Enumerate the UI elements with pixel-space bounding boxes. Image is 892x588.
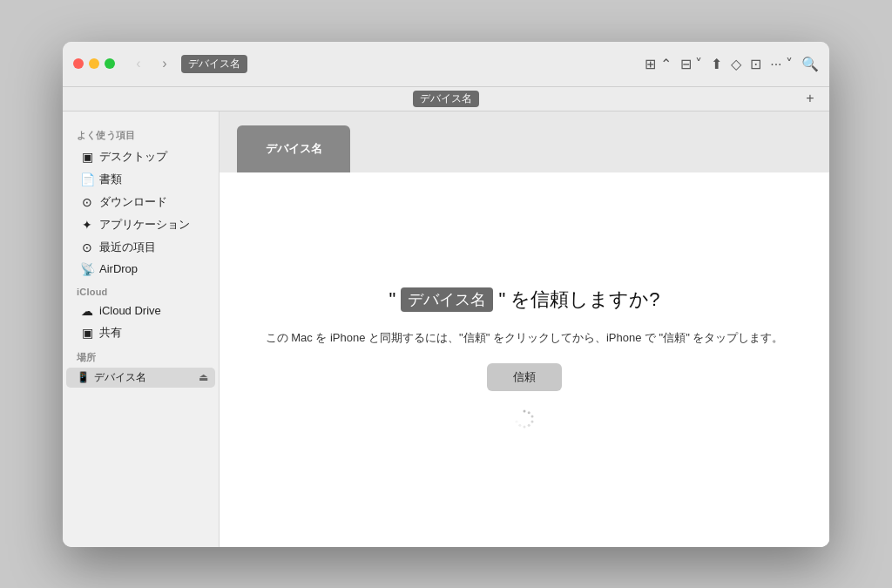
svg-point-5 — [524, 425, 526, 428]
location-badge: デバイス名 — [181, 55, 247, 73]
window-body: よく使う項目 ▣ デスクトップ 📄 書類 ⊙ ダウンロード ✦ アプリケーション… — [63, 112, 829, 547]
sidebar: よく使う項目 ▣ デスクトップ 📄 書類 ⊙ ダウンロード ✦ アプリケーション… — [63, 112, 220, 547]
view-list-icon[interactable]: ⊟ ˅ — [680, 56, 702, 72]
icloud-drive-icon: ☁ — [80, 304, 94, 318]
sidebar-label-applications: アプリケーション — [99, 217, 190, 233]
sidebar-item-downloads[interactable]: ⊙ ダウンロード — [66, 191, 215, 213]
sidebar-label-airdrop: AirDrop — [99, 262, 138, 275]
sidebar-item-applications[interactable]: ✦ アプリケーション — [66, 213, 215, 236]
svg-point-0 — [524, 409, 526, 412]
shared-icon: ▣ — [80, 326, 94, 340]
recents-icon: ⊙ — [80, 240, 94, 254]
add-button[interactable]: + — [801, 90, 819, 107]
trust-subtitle: この Mac を iPhone と同期するには、"信頼" をクリックしてから、i… — [266, 330, 784, 346]
device-icon-block: デバイス名 — [237, 125, 350, 172]
main-content: デバイス名 " デバイス名 " を信頼しますか? この Mac を iPhone… — [220, 112, 829, 547]
fullscreen-button[interactable] — [105, 58, 115, 69]
device-icon: 📱 — [77, 371, 90, 383]
search-icon[interactable]: 🔍 — [801, 56, 819, 72]
sidebar-label-documents: 書類 — [99, 172, 122, 187]
trust-title: " デバイス名 " を信頼しますか? — [389, 287, 660, 313]
svg-point-7 — [516, 420, 518, 422]
svg-point-4 — [528, 423, 530, 426]
view-grid-icon[interactable]: ⊞ ⌃ — [645, 56, 671, 72]
locations-section-label: 場所 — [63, 344, 219, 368]
svg-point-2 — [531, 415, 534, 417]
toolbar: ‹ › デバイス名 ⊞ ⌃ ⊟ ˅ ⬆ ◇ ⊡ ··· ˅ 🔍 — [63, 42, 829, 87]
back-button[interactable]: ‹ — [129, 54, 148, 73]
sidebar-item-airdrop[interactable]: 📡 AirDrop — [66, 259, 215, 280]
finder-window: ‹ › デバイス名 ⊞ ⌃ ⊟ ˅ ⬆ ◇ ⊡ ··· ˅ 🔍 デバイス名 + … — [63, 42, 829, 547]
sidebar-label-recents: 最近の項目 — [99, 240, 156, 255]
spinner: .sp { animation: sp-spin 1s linear infin… — [514, 409, 535, 433]
trust-title-suffix: を信頼しますか? — [510, 287, 659, 313]
svg-point-6 — [518, 423, 521, 426]
sidebar-item-documents[interactable]: 📄 書類 — [66, 168, 215, 191]
device-name-label: デバイス名 — [94, 370, 146, 385]
documents-icon: 📄 — [80, 172, 94, 186]
sidebar-item-shared[interactable]: ▣ 共有 — [66, 321, 215, 344]
forward-button[interactable]: › — [155, 54, 174, 73]
sidebar-item-icloud-drive[interactable]: ☁ iCloud Drive — [66, 301, 215, 321]
favorites-section-label: よく使う項目 — [63, 122, 219, 145]
folder-icon[interactable]: ⊡ — [750, 56, 761, 72]
close-button[interactable] — [73, 58, 84, 69]
trust-quote-close: " — [498, 288, 505, 311]
svg-point-3 — [531, 420, 534, 422]
trust-area: " デバイス名 " を信頼しますか? この Mac を iPhone と同期する… — [220, 172, 829, 547]
title-badge: デバイス名 — [413, 91, 479, 107]
more-icon[interactable]: ··· ˅ — [770, 56, 793, 72]
trust-quote-open: " — [389, 288, 396, 311]
share-icon[interactable]: ⬆ — [711, 56, 722, 72]
downloads-icon: ⊙ — [80, 195, 94, 209]
spinner-svg: .sp { animation: sp-spin 1s linear infin… — [514, 409, 535, 429]
eject-button[interactable]: ⏏ — [199, 371, 208, 383]
sidebar-label-shared: 共有 — [99, 325, 122, 341]
sidebar-label-downloads: ダウンロード — [99, 194, 167, 210]
desktop-icon: ▣ — [80, 150, 94, 164]
toolbar-icons: ⊞ ⌃ ⊟ ˅ ⬆ ◇ ⊡ ··· ˅ 🔍 — [645, 56, 819, 72]
device-header: デバイス名 — [220, 112, 829, 172]
trust-device-badge: デバイス名 — [401, 287, 493, 312]
device-header-name: デバイス名 — [266, 142, 322, 155]
sidebar-item-device[interactable]: 📱 デバイス名 ⏏ — [66, 368, 215, 388]
title-bar: デバイス名 + — [63, 87, 829, 112]
airdrop-icon: 📡 — [80, 262, 94, 276]
sidebar-item-desktop[interactable]: ▣ デスクトップ — [66, 145, 215, 168]
tag-icon[interactable]: ◇ — [731, 56, 741, 72]
icloud-section-label: iCloud — [63, 280, 219, 301]
sidebar-item-recents[interactable]: ⊙ 最近の項目 — [66, 236, 215, 259]
traffic-lights — [73, 58, 115, 69]
svg-point-1 — [528, 411, 530, 414]
applications-icon: ✦ — [80, 218, 94, 232]
device-location-left: 📱 デバイス名 — [77, 370, 146, 385]
sidebar-label-desktop: デスクトップ — [99, 149, 167, 165]
trust-button[interactable]: 信頼 — [487, 363, 562, 391]
sidebar-label-icloud-drive: iCloud Drive — [99, 304, 161, 317]
minimize-button[interactable] — [89, 58, 99, 69]
